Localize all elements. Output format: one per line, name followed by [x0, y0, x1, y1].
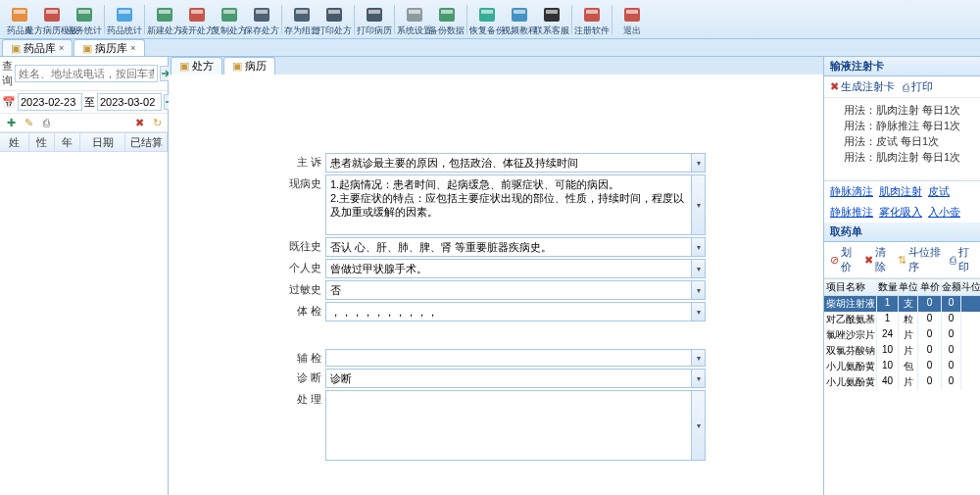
svg-rect-7 [119, 10, 130, 14]
close-icon[interactable]: × [130, 43, 135, 53]
allergy-label: 过敏史 [286, 280, 325, 297]
close-icon[interactable]: × [59, 43, 64, 53]
chief-dropdown[interactable]: ▾ [691, 154, 705, 172]
delete-icon[interactable]: ✖ [132, 116, 146, 129]
order-row[interactable]: 小儿氨酚黄…10包00 [824, 359, 980, 374]
tab-rx[interactable]: ▣处方 [171, 57, 222, 74]
sys-settings-button[interactable]: 系统设置 [399, 2, 430, 37]
past-input[interactable]: 否认 心、肝、肺、脾、肾 等重要脏器疾病史。 [325, 237, 706, 257]
rx-template-button[interactable]: 处方病历模板 [36, 2, 68, 37]
clear-button[interactable]: ✖清除 [864, 245, 891, 274]
print-rx-button[interactable]: 打印处方 [318, 2, 350, 37]
diag-dropdown[interactable]: ▾ [691, 370, 705, 387]
svg-rect-19 [328, 10, 340, 14]
hpi-dropdown[interactable]: ▾ [691, 175, 705, 234]
price-button[interactable]: ⊘划价 [830, 245, 857, 274]
new-rx-button[interactable]: 新建处方 [149, 2, 180, 37]
svg-rect-3 [46, 10, 58, 14]
diag-label: 诊 断 [286, 369, 325, 385]
refresh-icon[interactable]: ↻ [150, 116, 164, 129]
order-grid-body: 柴胡注射液1支00对乙酰氨基…1粒00氯唑沙宗片24片00双氯芬酸钠…10片00… [824, 296, 980, 495]
chief-label: 主 诉 [286, 153, 325, 170]
top-tabs: ▣药品库×▣病历库× [0, 39, 980, 57]
recordstore-tab[interactable]: ▣病历库× [74, 39, 144, 56]
svg-rect-13 [223, 10, 235, 14]
tab-record[interactable]: ▣病历 [223, 57, 275, 74]
exam-label: 体 检 [286, 302, 325, 319]
route-静脉推注[interactable]: 静脉推注 [830, 205, 873, 220]
aux-input[interactable] [325, 349, 706, 367]
svg-rect-31 [546, 10, 558, 14]
new-icon[interactable]: ✚ [4, 116, 18, 129]
edit-icon[interactable]: ✎ [22, 116, 35, 129]
route-皮试[interactable]: 皮试 [928, 184, 950, 199]
route-肌肉注射[interactable]: 肌肉注射 [879, 184, 922, 199]
svg-rect-33 [586, 10, 598, 14]
order-row[interactable]: 氯唑沙宗片24片00 [824, 327, 980, 343]
biz-stats-button[interactable]: 业务统计 [69, 2, 100, 37]
allergy-input[interactable]: 否 [325, 280, 706, 300]
past-label: 既往史 [286, 237, 325, 254]
main-toolbar: 药品库处方病历模板业务统计药品统计新建处方读开处方复制处方保存处方存为组套打印处… [0, 0, 980, 39]
route-雾化吸入[interactable]: 雾化吸入 [879, 205, 922, 220]
record-store-panel: 查询 📅 至 ✚ ✎ ⎙ ✖ ↻ 姓名 性别 年龄 日期 已结算 [0, 57, 169, 495]
print-icon[interactable]: ⎙ [39, 116, 53, 129]
order-title: 取药单 [824, 223, 980, 242]
exam-input[interactable]: ，，，，，，，，，， [325, 302, 706, 322]
treat-input[interactable] [325, 390, 706, 461]
route-tabs: 静脉滴注肌肉注射皮试静脉推注雾化吸入入小壶 [824, 180, 980, 223]
svg-rect-29 [514, 10, 525, 14]
open-rx-button[interactable]: 读开处方 [181, 2, 213, 37]
order-row[interactable]: 小儿氨酚黄…40片00 [824, 374, 980, 390]
print-order-button[interactable]: ⎙打印 [950, 245, 974, 274]
search-label: 查询 [2, 59, 13, 88]
print-card-button[interactable]: ⎙打印 [903, 79, 933, 94]
svg-rect-17 [296, 10, 308, 14]
diag-input[interactable]: 诊断 [325, 369, 706, 388]
past-dropdown[interactable]: ▾ [691, 238, 705, 256]
aux-label: 辅 检 [286, 349, 325, 366]
svg-rect-23 [409, 10, 420, 14]
drugstore-tab[interactable]: ▣药品库× [2, 39, 73, 56]
svg-rect-15 [256, 10, 268, 14]
svg-rect-5 [78, 10, 90, 14]
video-button[interactable]: 视频教程 [504, 2, 535, 37]
route-入小壶[interactable]: 入小壶 [928, 205, 960, 220]
contact-button[interactable]: 联系客服 [536, 2, 567, 37]
allergy-dropdown[interactable]: ▾ [691, 281, 705, 299]
save-rx-button[interactable]: 保存处方 [246, 2, 277, 37]
chief-input[interactable]: 患者就诊最主要的原因，包括政治、体征及持续时间 [325, 153, 706, 173]
copy-rx-button[interactable]: 复制处方 [214, 2, 245, 37]
date-from-input[interactable] [18, 93, 82, 111]
register-button[interactable]: 注册软件 [576, 2, 608, 37]
order-row[interactable]: 对乙酰氨基…1粒00 [824, 312, 980, 327]
save-group-button[interactable]: 存为组套 [286, 2, 318, 37]
order-grid-header: 项目名称 数量 单位 单价 金额 斗位 [824, 278, 980, 296]
svg-rect-25 [441, 10, 453, 14]
aux-dropdown[interactable]: ▾ [691, 350, 705, 366]
hpi-input[interactable]: 1.起病情况：患者时间、起病缓急、前驱症状、可能的病因。2.主要症状的特点：应包… [325, 174, 706, 235]
patient-list-body[interactable] [0, 152, 168, 495]
date-to-input[interactable] [97, 93, 162, 111]
order-row[interactable]: 柴胡注射液1支00 [824, 296, 980, 312]
restore-button[interactable]: 恢复备份 [471, 2, 503, 37]
order-row[interactable]: 双氯芬酸钠…10片00 [824, 343, 980, 359]
drug-stats-button[interactable]: 药品统计 [109, 2, 140, 37]
treat-dropdown[interactable]: ▾ [691, 391, 705, 460]
usage-list: 用法：肌肉注射 每日1次用法：静脉推注 每日1次用法：皮试 每日1次用法：肌肉注… [824, 98, 980, 180]
backup-button[interactable]: 备份数据 [431, 2, 463, 37]
center-tabs: ▣处方▣病历 [169, 57, 823, 74]
exit-button[interactable]: 退出 [616, 2, 648, 37]
personal-input[interactable]: 曾做过甲状腺手术。 [325, 259, 706, 278]
treat-label: 处 理 [286, 390, 325, 407]
print-record-button[interactable]: 打印病历 [359, 2, 390, 37]
injection-card-title: 输液注射卡 [824, 57, 980, 76]
gen-card-button[interactable]: ✖生成注射卡 [830, 79, 895, 94]
route-静脉滴注[interactable]: 静脉滴注 [830, 184, 873, 199]
search-input[interactable] [15, 65, 158, 82]
sort-button[interactable]: ⇅斗位排序 [898, 245, 942, 274]
exam-dropdown[interactable]: ▾ [691, 303, 705, 321]
svg-rect-35 [626, 10, 638, 14]
personal-dropdown[interactable]: ▾ [691, 260, 705, 277]
calendar-from-icon: 📅 [2, 95, 16, 109]
